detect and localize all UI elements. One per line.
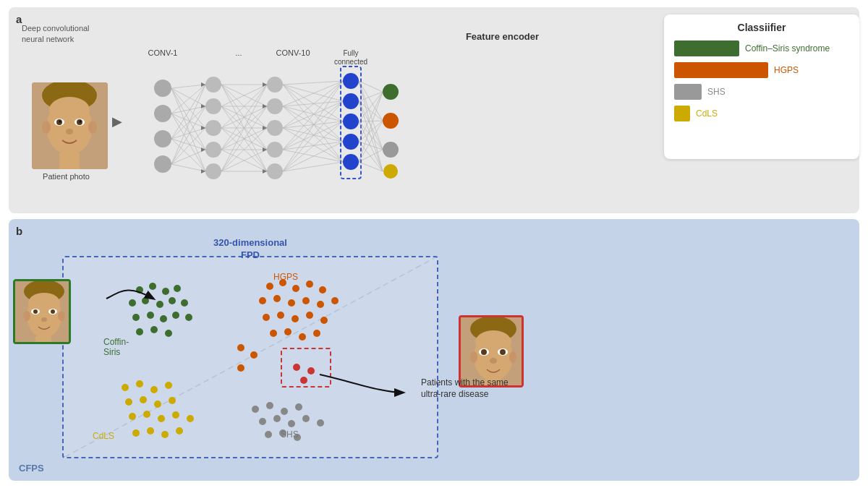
svg-rect-154 bbox=[35, 336, 51, 344]
svg-point-150 bbox=[51, 309, 55, 314]
svg-point-24 bbox=[205, 77, 221, 93]
dcnn-label: Deep convolutional neural network bbox=[22, 23, 90, 46]
dot-cdls bbox=[161, 431, 169, 438]
dot-cdls bbox=[150, 386, 158, 393]
dot-coffin-siris bbox=[185, 314, 192, 321]
dot-coffin-siris bbox=[172, 312, 179, 319]
svg-line-44 bbox=[171, 85, 205, 164]
dot-coffin-siris bbox=[174, 285, 181, 292]
svg-marker-51 bbox=[201, 126, 205, 130]
fpd-title: 320-dimensional FPD bbox=[213, 237, 287, 262]
fpd-scatter-box: 320-dimensional FPD bbox=[62, 256, 438, 458]
dot-hgps bbox=[266, 283, 273, 290]
dot-coffin-siris bbox=[160, 315, 167, 322]
svg-point-151 bbox=[41, 317, 47, 322]
svg-line-35 bbox=[171, 106, 205, 114]
dot-shs bbox=[281, 408, 288, 415]
dot-coffin-siris bbox=[162, 288, 169, 295]
svg-point-152 bbox=[23, 311, 30, 321]
svg-line-104 bbox=[283, 81, 343, 128]
dot-hgps bbox=[284, 328, 292, 335]
dot-hgps bbox=[277, 312, 284, 319]
syndrome-shs: SHS bbox=[674, 84, 849, 100]
svg-point-92 bbox=[343, 134, 359, 150]
dot-cdls bbox=[176, 427, 183, 435]
shs-bar bbox=[674, 84, 702, 100]
dot-coffin-siris bbox=[169, 297, 176, 304]
svg-point-10 bbox=[80, 120, 82, 122]
classifier-box: Classiifier Coffin–Siris syndrome HGPS S… bbox=[664, 14, 859, 159]
cdls-label: CdLS bbox=[696, 108, 718, 119]
dot-hgps bbox=[250, 351, 258, 359]
svg-line-106 bbox=[283, 121, 343, 128]
svg-line-99 bbox=[283, 81, 343, 106]
red-dashed-cluster-box bbox=[281, 348, 331, 388]
svg-point-164 bbox=[490, 358, 497, 364]
dot-coffin-siris bbox=[132, 314, 140, 321]
dot-coffin-siris bbox=[165, 330, 172, 337]
patient-photo-b-right bbox=[459, 315, 524, 388]
dot-hgps bbox=[237, 344, 244, 351]
patient-face-svg bbox=[32, 82, 108, 169]
dot-cdls bbox=[165, 382, 172, 389]
dot-coffin-siris bbox=[136, 286, 143, 294]
svg-point-4 bbox=[49, 97, 90, 123]
dot-shs bbox=[317, 419, 324, 427]
panel-a: a Deep convolutional neural network bbox=[9, 7, 859, 213]
svg-point-57 bbox=[267, 142, 283, 158]
svg-line-96 bbox=[283, 85, 343, 121]
svg-marker-86 bbox=[263, 126, 267, 130]
svg-line-29 bbox=[171, 85, 205, 88]
svg-marker-87 bbox=[263, 147, 267, 152]
dot-cdls bbox=[158, 415, 165, 422]
svg-point-162 bbox=[481, 349, 487, 355]
dot-shs bbox=[273, 415, 281, 422]
dot-shs bbox=[252, 406, 259, 413]
svg-line-114 bbox=[283, 81, 343, 171]
dot-cdls bbox=[129, 413, 136, 420]
svg-point-28 bbox=[205, 163, 221, 179]
dot-hgps bbox=[237, 364, 244, 372]
svg-point-120 bbox=[383, 113, 399, 129]
patient-photo-label: Patient photo bbox=[43, 172, 90, 181]
dot-hgps bbox=[259, 297, 266, 304]
dot-coffin-siris bbox=[142, 297, 149, 304]
cfps-label: CFPS bbox=[19, 463, 44, 474]
svg-line-45 bbox=[171, 106, 205, 164]
dot-rare-disease bbox=[300, 377, 307, 384]
hgps-label: HGPS bbox=[774, 65, 799, 75]
dot-rare-disease bbox=[293, 364, 300, 371]
svg-line-100 bbox=[283, 101, 343, 106]
dot-hgps bbox=[319, 286, 326, 294]
svg-point-163 bbox=[500, 349, 506, 355]
svg-point-13 bbox=[88, 121, 97, 134]
svg-marker-85 bbox=[263, 104, 267, 108]
syndrome-coffin-siris: Coffin–Siris syndrome bbox=[674, 40, 849, 56]
patient-photo-b-left bbox=[13, 279, 71, 344]
dot-hgps bbox=[331, 297, 339, 304]
dot-cdls bbox=[154, 401, 161, 408]
dot-rare-disease bbox=[307, 367, 315, 374]
cdls-bar bbox=[674, 106, 690, 121]
svg-point-89 bbox=[343, 73, 359, 89]
svg-text:...: ... bbox=[235, 48, 242, 57]
dot-cdls bbox=[140, 396, 147, 403]
dot-cdls bbox=[125, 398, 132, 406]
coffin-siris-label: Coffin–Siris syndrome bbox=[745, 43, 830, 53]
coffin-siris-scatter-label: Coffin-Siris bbox=[103, 337, 129, 357]
dot-hgps bbox=[263, 314, 270, 321]
svg-point-119 bbox=[383, 84, 399, 100]
svg-text:CONV-10: CONV-10 bbox=[276, 48, 310, 57]
svg-point-26 bbox=[205, 120, 221, 136]
svg-line-131 bbox=[359, 121, 383, 142]
svg-line-138 bbox=[359, 81, 383, 171]
svg-line-109 bbox=[283, 81, 343, 150]
svg-point-91 bbox=[343, 114, 359, 129]
svg-line-123 bbox=[359, 81, 383, 92]
dot-hgps bbox=[273, 295, 281, 302]
hgps-bar bbox=[674, 62, 768, 78]
svg-line-113 bbox=[283, 150, 343, 162]
shs-label: SHS bbox=[707, 87, 726, 97]
syndrome-hgps: HGPS bbox=[674, 62, 849, 78]
dot-coffin-siris bbox=[150, 326, 158, 333]
